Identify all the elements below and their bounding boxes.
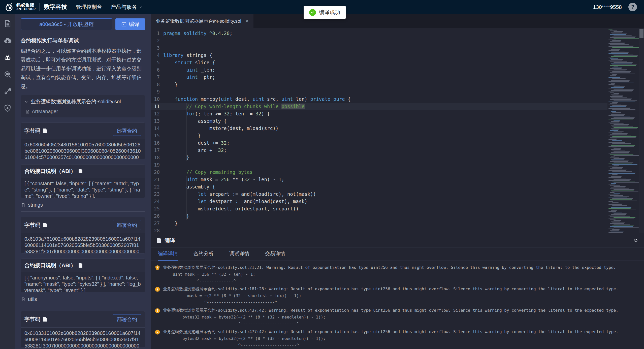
tree-child-artmanager[interactable]: ArtManager [25, 109, 142, 114]
bytecode-label: 字节码 [24, 316, 40, 323]
tools-icon[interactable] [3, 87, 12, 96]
copy-icon[interactable] [43, 128, 47, 133]
bottom-tab[interactable]: 交易详情 [265, 247, 285, 261]
warning-message: 业务逻辑数据浏览器展示合约-solidity.sol:21:21: Warnin… [163, 265, 616, 270]
compiler-warning: 业务逻辑数据浏览器展示合约-solidity.sol:21:21: Warnin… [155, 264, 644, 284]
shield-plus-icon[interactable] [3, 104, 12, 112]
line-number: 18 [151, 154, 160, 161]
indent-guide [186, 176, 187, 220]
editor-scrollbar[interactable] [639, 28, 644, 233]
line-number: 5 [151, 59, 160, 66]
warning-code-excerpt: uint mask = 256 ** (32 - len) - 1; [163, 271, 644, 278]
screen: 蚂蚁集团 ANT GROUP 数字科技 管理控制台 产品与服务 130****9… [0, 0, 644, 349]
chain-select-button[interactable]: a00e36c5 - 开放联盟链 [21, 18, 112, 30]
topbar-divider [39, 3, 40, 11]
code-line: 8 } [151, 81, 644, 88]
deploy-contract-button[interactable]: 部署合约 [113, 314, 141, 324]
ant-logo-icon [4, 2, 14, 12]
bottom-panel: 编译 编译详情合约分析调试详情交易详情 业务逻辑数据浏览器展示合约-solidi… [151, 233, 644, 349]
bytecode-value: 0x61033161002e600b82828239805160001a607f… [21, 328, 145, 347]
abi-card: 合约接口说明（ABI）[ { "constant": false, "input… [21, 164, 145, 198]
line-number: 3 [151, 44, 160, 52]
minimap[interactable] [607, 28, 639, 233]
line-number: 26 [151, 212, 160, 220]
code-editor[interactable]: 1pragma solidity ^0.4.20;234library stri… [151, 28, 644, 233]
copy-icon[interactable] [43, 223, 47, 228]
bottom-panel-title: 编译 [165, 237, 175, 244]
compiler-warning: 业务逻辑数据浏览器展示合约-solidity.sol:477:42: Warni… [155, 329, 644, 348]
code-line: 26 } [151, 212, 644, 220]
code-line: 4library strings { [151, 52, 644, 59]
help-button[interactable]: ? [628, 3, 637, 11]
line-number: 8 [151, 81, 160, 88]
collapse-panel-icon[interactable] [632, 237, 639, 244]
bottom-tabs: 编译详情合约分析调试详情交易详情 [151, 247, 644, 261]
library-label: utils [21, 292, 145, 306]
line-number: 21 [151, 176, 160, 183]
bytecode-label: 字节码 [24, 221, 40, 229]
line-number: 27 [151, 220, 160, 227]
code-line: 17 src += 32; [151, 147, 644, 154]
warning-message: 业务逻辑数据浏览器展示合约-solidity.sol:477:42: Warni… [163, 329, 618, 335]
copy-icon[interactable] [43, 317, 47, 322]
line-number: 16 [151, 139, 160, 147]
line-number: 11 [151, 103, 160, 110]
editor-tab[interactable]: 业务逻辑数据浏览器展示合约-solidity.sol ✕ [151, 14, 253, 28]
compiler-warning: 业务逻辑数据浏览器展示合约-solidity.sol:437:42: Warni… [155, 307, 644, 327]
tab-close-icon[interactable]: ✕ [245, 18, 249, 24]
code-line: 13 assembly { [151, 117, 644, 125]
bottom-tab[interactable]: 合约分析 [194, 247, 214, 261]
nav-services-dropdown[interactable]: 产品与服务 [111, 4, 143, 11]
warning-message: 业务逻辑数据浏览器展示合约-solidity.sol:437:42: Warni… [163, 308, 618, 313]
toast-compile-success: 编译成功 [304, 6, 346, 19]
line-number: 9 [151, 88, 160, 96]
line-number: 15 [151, 132, 160, 139]
abi-card: 合约接口说明（ABI）[ { "anonymous": false, "inpu… [21, 259, 145, 292]
bottom-tab[interactable]: 编译详情 [158, 247, 178, 261]
brand-cn: 蚂蚁集团 [16, 3, 36, 8]
copy-icon[interactable] [78, 263, 83, 268]
copy-icon[interactable] [78, 169, 83, 174]
bug-icon[interactable] [3, 53, 12, 62]
code-line: 9 [151, 88, 644, 96]
warning-code-excerpt: mask = ~(2 ** (8 * (32 - shortest + idx)… [163, 293, 644, 299]
info-circle-icon [155, 329, 160, 335]
bottom-tab[interactable]: 调试详情 [229, 247, 249, 261]
code-line: 18 } [151, 154, 644, 161]
code-line: 24 let destpart := and(mload(dest), mask… [151, 198, 644, 205]
file-icon[interactable] [3, 19, 12, 28]
deploy-contract-button[interactable]: 部署合约 [113, 126, 141, 136]
tree-file-row[interactable]: 业务逻辑数据浏览器展示合约-solidity.sol [24, 98, 142, 105]
file-icon [25, 109, 30, 114]
toast-text: 编译成功 [319, 9, 340, 16]
indent-guide [198, 117, 198, 139]
compiler-warning: 业务逻辑数据浏览器展示合约-solidity.sol:181:28: Warni… [155, 286, 644, 306]
library-label: strings [21, 198, 145, 212]
line-number: 28 [151, 227, 160, 233]
code-line: 10 function memcpy(uint dest, uint src, … [151, 96, 644, 103]
line-number: 10 [151, 96, 160, 103]
code-line: 11 // Copy word-length chunks while poss… [151, 103, 644, 110]
abi-value: [ { "anonymous": false, "inputs": [ { "i… [21, 272, 145, 292]
compile-output: 业务逻辑数据浏览器展示合约-solidity.sol:21:21: Warnin… [151, 261, 644, 349]
code-line: 14 mstore(dest, mload(src)) [151, 125, 644, 132]
line-number: 1 [151, 30, 160, 37]
scrollbar-thumb[interactable] [639, 29, 643, 38]
line-number: 23 [151, 191, 160, 198]
bytecode-value: 0x608060405234801561001057600080fd5b5061… [21, 139, 145, 159]
cloud-upload-icon[interactable] [3, 36, 12, 45]
account-phone[interactable]: 130****9558 [593, 4, 622, 10]
compile-button[interactable]: 编译 [115, 18, 145, 30]
code-line: 5 struct slice { [151, 59, 644, 66]
abi-value: [ { "constant": false, "inputs": [ { "na… [21, 178, 145, 198]
line-number: 4 [151, 52, 160, 59]
code-line: 27 } [151, 220, 644, 227]
line-number: 24 [151, 198, 160, 205]
search-bug-icon[interactable] [3, 70, 12, 79]
compile-doc-icon [156, 237, 162, 243]
warning-caret-line: ^-----------------------^ [163, 342, 644, 348]
nav-console[interactable]: 管理控制台 [76, 4, 102, 11]
code-line: 6 uint _len; [151, 66, 644, 74]
code-line: 19 [151, 161, 644, 169]
deploy-contract-button[interactable]: 部署合约 [113, 220, 141, 230]
